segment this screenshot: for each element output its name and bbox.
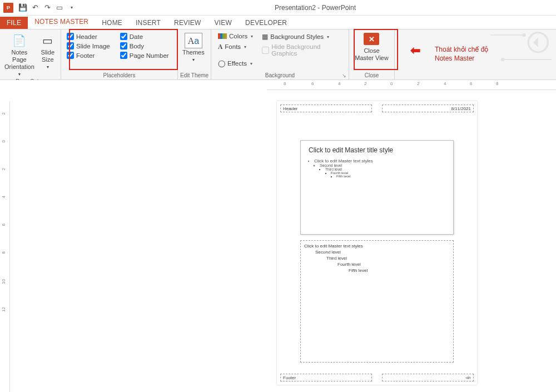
checkbox-footer[interactable]: Footer (67, 52, 110, 59)
checkbox-body[interactable]: Body (120, 42, 169, 49)
header-placeholder[interactable]: Header (280, 105, 372, 112)
ribbon-tabs: FILE NOTES MASTER HOME INSERT REVIEW VIE… (0, 16, 556, 29)
vertical-ruler: 2 0 2 4 6 8 10 12 (0, 101, 10, 392)
save-icon[interactable]: 💾 (17, 2, 29, 14)
group-label-placeholders: Placeholders (63, 72, 175, 79)
tab-view[interactable]: VIEW (208, 17, 239, 29)
close-label: Close Master View (355, 47, 388, 62)
hide-background-checkbox[interactable]: Hide Background Graphics (260, 42, 344, 58)
tab-insert[interactable]: INSERT (129, 17, 167, 29)
checkbox-slide-image[interactable]: Slide Image (67, 42, 110, 49)
orientation-label: Notes Page Orientation (4, 49, 34, 71)
notes-body-placeholder[interactable]: Click to edit Master text styles Second … (300, 240, 454, 363)
group-page-setup: 📄 Notes Page Orientation▾ ▭ Slide Size▾ … (0, 29, 61, 80)
group-label-edit-theme: Edit Theme (180, 72, 209, 79)
powerpoint-icon: P (3, 3, 13, 13)
bg-styles-icon: ▦ (262, 33, 268, 41)
checkbox-page-number[interactable]: Page Number (120, 52, 169, 59)
fonts-icon: A (218, 43, 222, 50)
page-number-placeholder[interactable]: ‹#› (382, 374, 474, 381)
group-background: Colors▾ ▦Background Styles▾ AFonts▾ Hide… (211, 29, 349, 80)
undo-icon[interactable]: ↶ (29, 2, 41, 14)
slide-body: Click to edit Master text styles Second … (309, 158, 445, 178)
customize-qat-icon[interactable]: ▾ (66, 2, 78, 14)
workspace: 8 6 4 2 0 2 4 6 8 2 0 2 4 6 8 10 12 Head… (0, 80, 556, 392)
themes-label: Themes (182, 49, 205, 56)
background-styles-button[interactable]: ▦Background Styles▾ (260, 32, 344, 42)
tab-developer[interactable]: DEVELOPER (239, 17, 294, 29)
slide-size-button[interactable]: ▭ Slide Size▾ (37, 31, 59, 71)
horizontal-ruler: 8 6 4 2 0 2 4 6 8 (267, 80, 556, 90)
group-close: ✕ Close Master View Close (349, 29, 395, 80)
tab-home[interactable]: HOME (95, 17, 129, 29)
close-icon: ✕ (364, 33, 379, 45)
themes-icon: Aa (185, 33, 202, 48)
group-label-close: Close (351, 72, 392, 79)
slide-image-placeholder[interactable]: Click to edit Master title style Click t… (300, 140, 454, 235)
tab-review[interactable]: REVIEW (167, 17, 208, 29)
notes-page-orientation-button[interactable]: 📄 Notes Page Orientation▾ (2, 31, 37, 78)
tab-notes-master[interactable]: NOTES MASTER (28, 16, 95, 29)
title-bar: P 💾 ↶ ↷ ▭ ▾ Presentation2 - PowerPoint (0, 0, 556, 16)
checkbox-header[interactable]: Header (67, 33, 110, 40)
annot-close: Thoát khỏi chế độ Notes Master (431, 43, 492, 64)
redo-icon[interactable]: ↷ (41, 2, 53, 14)
checkbox-date[interactable]: Date (120, 33, 169, 40)
group-edit-theme: Aa Themes ▾ Edit Theme (178, 29, 211, 80)
themes-button[interactable]: Aa Themes ▾ (180, 31, 207, 63)
slide-size-label: Slide Size (41, 49, 54, 63)
effects-icon: ◯ (218, 59, 225, 67)
colors-button[interactable]: Colors▾ (216, 32, 255, 41)
close-master-view-button[interactable]: ✕ Close Master View (353, 31, 390, 62)
fonts-button[interactable]: AFonts▾ (216, 42, 255, 51)
start-from-beginning-icon[interactable]: ▭ (53, 2, 66, 14)
colors-icon (218, 33, 227, 39)
window-title: Presentation2 - PowerPoint (78, 4, 553, 12)
group-label-background: Background↘ (214, 72, 346, 79)
group-placeholders: Header Date Slide Image Body Footer Page… (61, 29, 178, 80)
date-placeholder[interactable]: 8/11/2021 (382, 105, 474, 112)
slide-title: Click to edit Master title style (309, 146, 445, 154)
notes-master-page[interactable]: Header 8/11/2021 Click to edit Master ti… (277, 101, 477, 385)
orientation-icon: 📄 (11, 33, 28, 48)
dialog-launcher-icon[interactable]: ↘ (342, 73, 346, 78)
arrow-close: ⬅ (410, 43, 420, 58)
tab-file[interactable]: FILE (0, 17, 28, 29)
slide-size-icon: ▭ (39, 33, 57, 48)
footer-placeholder[interactable]: Footer (280, 374, 372, 381)
effects-button[interactable]: ◯Effects▾ (216, 58, 255, 68)
